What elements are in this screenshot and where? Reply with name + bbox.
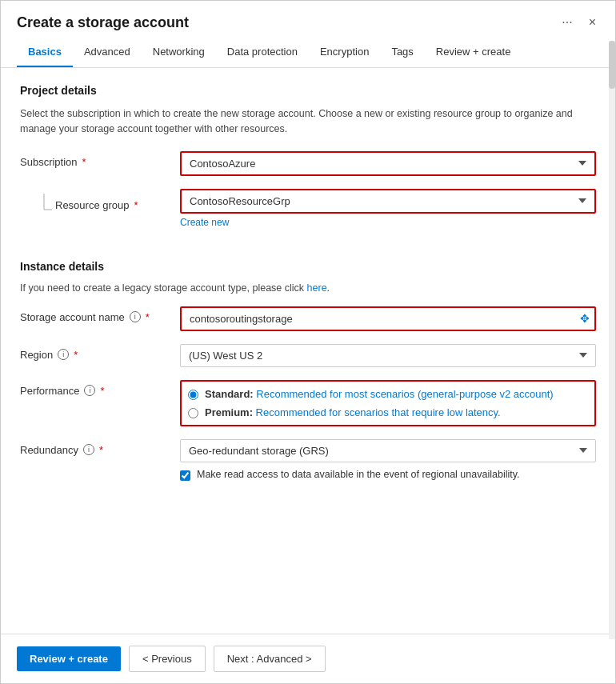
resource-group-required: * [134,199,138,211]
close-button[interactable]: × [586,14,599,31]
scrollbar-thumb[interactable] [609,41,615,89]
subscription-row: Subscription * ContosoAzure [20,151,596,176]
redundancy-row: Redundancy i * Geo-redundant storage (GR… [20,439,596,481]
subscription-select[interactable]: ContosoAzure [180,151,596,176]
dialog-title: Create a storage account [17,14,189,31]
dialog-footer: Review + create < Previous Next : Advanc… [1,634,615,683]
create-storage-dialog: Create a storage account ··· × Basics Ad… [0,0,616,684]
tab-review-create[interactable]: Review + create [425,38,522,67]
resource-group-control: ContosoResourceGrp Create new [180,189,596,228]
performance-premium-label: Premium: Recommended for scenarios that … [205,406,501,418]
more-options-button[interactable]: ··· [558,14,575,31]
performance-required: * [100,385,104,397]
performance-standard-option[interactable]: Standard: Recommended for most scenarios… [188,388,588,400]
tab-encryption[interactable]: Encryption [309,38,380,67]
previous-button[interactable]: < Previous [129,646,206,672]
tab-data-protection[interactable]: Data protection [216,38,309,67]
performance-premium-radio[interactable] [188,408,198,418]
performance-control: Standard: Recommended for most scenarios… [180,380,596,426]
resource-group-indent: Resource group * [20,189,180,218]
instance-details-title: Instance details [20,260,596,273]
region-control: (US) West US 2 [180,344,596,367]
resource-group-label: Resource group [55,199,130,211]
performance-standard-radio[interactable] [188,390,198,400]
performance-info-icon[interactable]: i [84,385,95,396]
storage-name-suffix-icon: ✥ [580,312,590,325]
storage-account-name-required: * [146,311,150,323]
header-actions: ··· × [558,14,599,31]
legacy-here-link[interactable]: here [307,282,327,294]
tab-networking[interactable]: Networking [142,38,216,67]
redundancy-info-icon[interactable]: i [83,444,94,455]
storage-account-name-label: Storage account name i * [20,306,180,323]
dialog-header: Create a storage account ··· × [1,1,615,31]
review-create-button[interactable]: Review + create [17,646,121,671]
redundancy-select[interactable]: Geo-redundant storage (GRS) [180,439,596,462]
performance-label: Performance i * [20,380,180,397]
storage-account-name-input-wrap: ✥ [180,306,596,331]
performance-standard-label: Standard: Recommended for most scenarios… [205,388,554,400]
main-content: Project details Select the subscription … [1,68,615,634]
instance-details-section: Instance details If you need to create a… [20,260,596,481]
indent-line: Resource group * [36,194,138,218]
performance-radio-container: Standard: Recommended for most scenarios… [180,380,596,426]
subscription-required: * [82,156,86,168]
subscription-control: ContosoAzure [180,151,596,176]
storage-account-name-row: Storage account name i * ✥ [20,306,596,331]
redundancy-control: Geo-redundant storage (GRS) Make read ac… [180,439,596,481]
redundancy-checkbox-row[interactable]: Make read access to data available in th… [180,469,596,481]
performance-row: Performance i * Standard: Recommended fo… [20,380,596,426]
project-details-description: Select the subscription in which to crea… [20,106,596,137]
performance-premium-option[interactable]: Premium: Recommended for scenarios that … [188,406,588,418]
tab-bar: Basics Advanced Networking Data protecti… [1,38,615,68]
resource-group-select[interactable]: ContosoResourceGrp [180,189,596,214]
storage-account-name-input[interactable] [180,306,596,331]
region-row: Region i * (US) West US 2 [20,344,596,367]
region-info-icon[interactable]: i [58,349,69,360]
redundancy-required: * [99,444,103,456]
create-new-resource-group-link[interactable]: Create new [180,217,229,228]
tab-basics[interactable]: Basics [17,38,73,67]
region-select[interactable]: (US) West US 2 [180,344,596,367]
project-details-section: Project details Select the subscription … [20,84,596,228]
storage-account-name-control: ✥ [180,306,596,331]
scrollbar-track [609,41,615,639]
region-required: * [74,349,78,361]
redundancy-label: Redundancy i * [20,439,180,456]
legacy-notice: If you need to create a legacy storage a… [20,282,596,294]
subscription-label: Subscription * [20,151,180,168]
region-label: Region i * [20,344,180,361]
performance-radio-group: Standard: Recommended for most scenarios… [188,388,588,418]
redundancy-checkbox-label: Make read access to data available in th… [197,469,520,480]
tab-tags[interactable]: Tags [380,38,424,67]
storage-account-name-info-icon[interactable]: i [130,311,141,322]
redundancy-checkbox[interactable] [180,470,190,481]
project-details-title: Project details [20,84,596,97]
indent-connector-icon [36,194,52,218]
tab-advanced[interactable]: Advanced [73,38,142,67]
resource-group-row: Resource group * ContosoResourceGrp Crea… [20,189,596,228]
next-button[interactable]: Next : Advanced > [214,646,326,672]
